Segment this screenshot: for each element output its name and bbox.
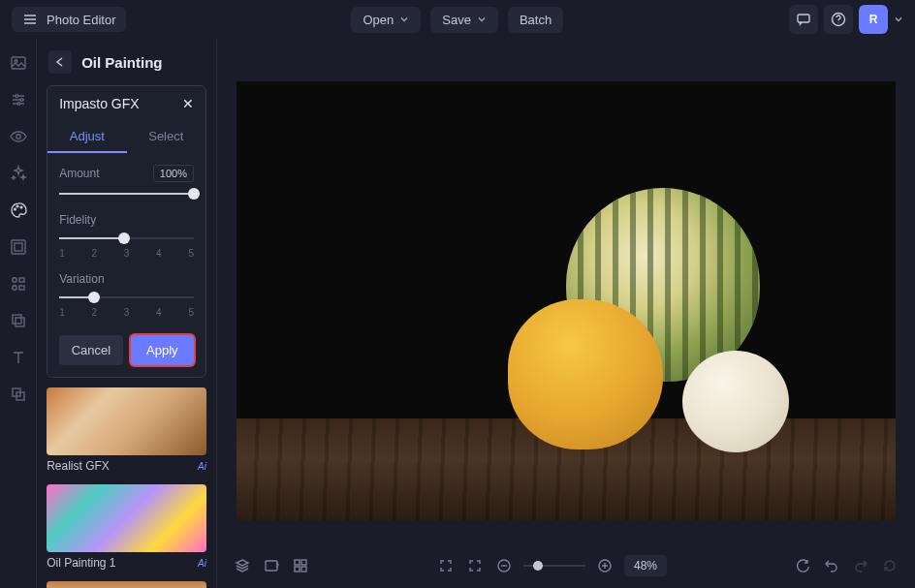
grid-icon[interactable] bbox=[291, 556, 310, 575]
app-title: Photo Editor bbox=[47, 13, 116, 27]
sidebar-mask-icon[interactable] bbox=[6, 382, 31, 407]
open-button[interactable]: Open bbox=[351, 7, 421, 33]
refresh-icon[interactable] bbox=[793, 556, 812, 575]
preset-config-card: Impasto GFX ✕ Adjust Select Amount100% F… bbox=[47, 85, 206, 378]
comment-button[interactable] bbox=[789, 5, 818, 34]
svg-rect-25 bbox=[301, 567, 306, 572]
variation-slider[interactable] bbox=[59, 292, 194, 303]
redo-icon[interactable] bbox=[851, 556, 870, 575]
zoom-out-icon[interactable] bbox=[494, 556, 514, 575]
preset-thumbnail bbox=[47, 484, 206, 552]
apply-button[interactable]: Apply bbox=[131, 335, 194, 365]
back-button[interactable] bbox=[48, 50, 72, 74]
svg-point-3 bbox=[15, 60, 17, 63]
svg-point-8 bbox=[14, 208, 16, 210]
sidebar-eye-icon[interactable] bbox=[6, 124, 31, 149]
tabs: Adjust Select bbox=[47, 121, 205, 153]
panel-header: Oil Painting bbox=[37, 39, 216, 85]
tab-select[interactable]: Select bbox=[127, 121, 205, 153]
svg-rect-2 bbox=[12, 57, 25, 69]
sidebar-overlay-icon[interactable] bbox=[6, 308, 31, 333]
svg-point-9 bbox=[16, 205, 18, 207]
svg-rect-24 bbox=[295, 567, 300, 572]
svg-rect-0 bbox=[798, 15, 809, 22]
fullscreen-icon[interactable] bbox=[436, 556, 456, 575]
amount-label: Amount bbox=[59, 167, 99, 180]
svg-point-5 bbox=[20, 99, 23, 102]
sidebar-adjustments-icon[interactable] bbox=[6, 87, 31, 112]
sidebar-sparkle-icon[interactable] bbox=[6, 161, 31, 186]
preset-thumbnail bbox=[47, 581, 206, 588]
user-menu-chevron[interactable] bbox=[894, 15, 903, 24]
topbar-right: R bbox=[789, 5, 903, 34]
sidebar-image-icon[interactable] bbox=[6, 50, 31, 76]
svg-rect-22 bbox=[295, 560, 300, 565]
bottombar: 48% bbox=[217, 543, 915, 588]
close-icon[interactable]: ✕ bbox=[182, 96, 194, 111]
ai-badge-icon: Ai bbox=[198, 461, 206, 472]
preset-thumbnail bbox=[47, 387, 206, 455]
zoom-in-icon[interactable] bbox=[595, 556, 615, 575]
zoom-slider[interactable] bbox=[523, 565, 585, 567]
svg-point-10 bbox=[20, 206, 22, 208]
preset-item[interactable]: Realist GFXAi bbox=[47, 387, 206, 473]
revert-icon[interactable] bbox=[880, 556, 899, 575]
tab-adjust[interactable]: Adjust bbox=[47, 121, 126, 153]
panel-title: Oil Painting bbox=[81, 54, 162, 71]
svg-rect-18 bbox=[16, 318, 24, 326]
amount-value[interactable]: 100% bbox=[153, 165, 194, 182]
layers-icon[interactable] bbox=[233, 556, 252, 575]
menu-icon bbox=[21, 11, 39, 28]
sidebar-text-icon[interactable] bbox=[6, 345, 31, 370]
svg-point-15 bbox=[12, 286, 16, 290]
svg-rect-14 bbox=[19, 278, 24, 282]
preset-name: Impasto GFX bbox=[59, 96, 139, 111]
batch-button[interactable]: Batch bbox=[508, 7, 563, 33]
svg-rect-16 bbox=[19, 286, 24, 290]
fidelity-label: Fidelity bbox=[59, 213, 96, 227]
save-button[interactable]: Save bbox=[430, 7, 498, 33]
sidebar-shapes-icon[interactable] bbox=[6, 271, 31, 296]
help-button[interactable] bbox=[824, 5, 853, 34]
edited-image bbox=[237, 81, 896, 520]
preset-item[interactable]: Oil Painting 1Ai bbox=[47, 484, 206, 570]
fidelity-slider[interactable] bbox=[59, 232, 194, 244]
ai-badge-icon: Ai bbox=[198, 558, 206, 569]
sidebar-palette-icon[interactable] bbox=[6, 198, 31, 223]
variation-label: Variation bbox=[59, 272, 104, 286]
preset-item[interactable] bbox=[47, 581, 206, 588]
preset-list: Realist GFXAi Oil Painting 1Ai bbox=[37, 378, 216, 588]
fit-icon[interactable] bbox=[465, 556, 485, 575]
app-title-chip[interactable]: Photo Editor bbox=[12, 7, 126, 32]
topbar: Photo Editor Open Save Batch R bbox=[0, 0, 915, 39]
user-avatar[interactable]: R bbox=[859, 5, 888, 34]
svg-point-4 bbox=[16, 95, 18, 98]
svg-rect-23 bbox=[301, 560, 306, 565]
canvas[interactable] bbox=[217, 39, 915, 543]
undo-icon[interactable] bbox=[822, 556, 841, 575]
zoom-value[interactable]: 48% bbox=[624, 555, 667, 576]
main: Oil Painting Impasto GFX ✕ Adjust Select… bbox=[0, 39, 915, 588]
svg-point-7 bbox=[16, 135, 19, 139]
cancel-button[interactable]: Cancel bbox=[59, 335, 122, 365]
svg-point-13 bbox=[12, 278, 16, 282]
svg-rect-12 bbox=[15, 243, 22, 251]
canvas-area: 48% bbox=[217, 39, 915, 588]
amount-slider[interactable] bbox=[59, 188, 194, 200]
svg-rect-21 bbox=[266, 561, 277, 571]
svg-rect-17 bbox=[13, 315, 21, 324]
compare-icon[interactable] bbox=[262, 556, 281, 575]
svg-rect-11 bbox=[12, 240, 25, 254]
topbar-center: Open Save Batch bbox=[351, 7, 563, 33]
svg-point-6 bbox=[17, 103, 20, 106]
tool-sidebar bbox=[0, 39, 36, 588]
sidebar-frame-icon[interactable] bbox=[6, 234, 31, 260]
effects-panel: Oil Painting Impasto GFX ✕ Adjust Select… bbox=[36, 39, 217, 588]
